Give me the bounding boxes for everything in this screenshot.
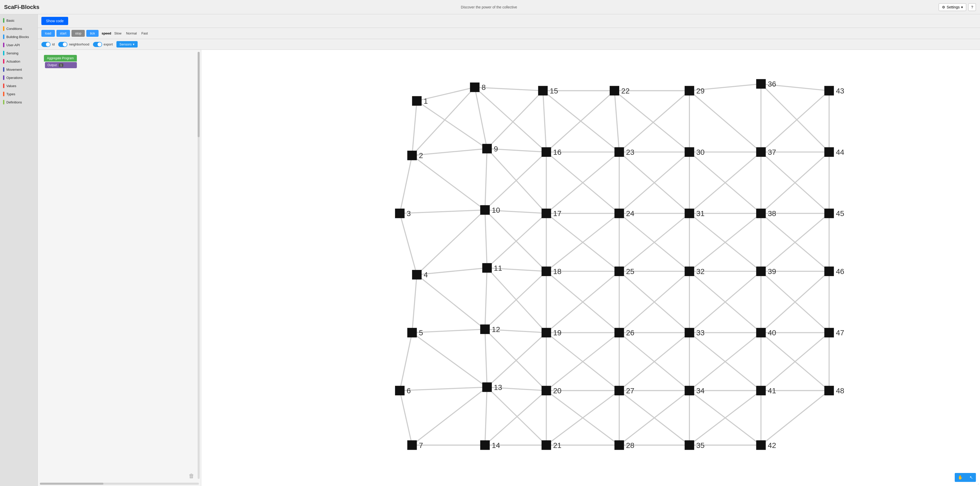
svg-rect-221 xyxy=(756,209,766,218)
sidebar-color-movement xyxy=(3,67,4,72)
sidebar-item-sensing[interactable]: Sensing xyxy=(0,49,38,57)
sidebar-item-movement[interactable]: Movement xyxy=(0,65,38,73)
svg-rect-151 xyxy=(395,209,404,218)
svg-rect-227 xyxy=(756,386,766,395)
svg-line-70 xyxy=(614,91,619,152)
sidebar-label-values: Values xyxy=(6,84,16,88)
vis-controls: id neighborhood export Sensors ▾ xyxy=(38,39,980,50)
header-actions: ⚙ Settings ▾ ? xyxy=(939,3,976,11)
svg-line-24 xyxy=(487,91,543,149)
sidebar-item-conditions[interactable]: Conditions xyxy=(0,24,38,33)
output-block[interactable]: Output 1 xyxy=(45,62,77,68)
svg-text:22: 22 xyxy=(621,86,630,95)
svg-rect-211 xyxy=(684,328,694,337)
start-button[interactable]: start xyxy=(56,30,70,37)
tick-button[interactable]: tick xyxy=(86,30,99,37)
svg-rect-207 xyxy=(684,209,694,218)
speed-normal-button[interactable]: Normal xyxy=(125,31,138,36)
svg-rect-169 xyxy=(480,325,490,334)
svg-rect-159 xyxy=(407,440,417,450)
sidebar-color-basic xyxy=(3,18,4,23)
svg-text:2: 2 xyxy=(419,151,423,159)
svg-text:31: 31 xyxy=(696,209,705,218)
svg-text:26: 26 xyxy=(626,328,635,337)
svg-rect-199 xyxy=(614,386,624,395)
svg-rect-157 xyxy=(395,386,404,395)
help-button[interactable]: ? xyxy=(968,3,976,11)
svg-rect-193 xyxy=(614,209,624,218)
sidebar-item-actuation[interactable]: Actuation xyxy=(0,57,38,65)
svg-line-39 xyxy=(485,387,487,445)
sidebar-color-definitions xyxy=(3,100,4,104)
block-workspace[interactable]: Aggregate Program Output 1 xyxy=(38,50,201,486)
svg-line-35 xyxy=(485,329,487,387)
block-editor: Aggregate Program Output 1 xyxy=(38,50,201,486)
show-code-button[interactable]: Show code xyxy=(41,17,68,25)
speed-slow-button[interactable]: Slow xyxy=(113,31,123,36)
svg-line-26 xyxy=(487,149,546,214)
vertical-scrollbar[interactable] xyxy=(197,50,200,481)
svg-text:42: 42 xyxy=(768,441,776,449)
question-icon: ? xyxy=(971,5,973,9)
svg-text:13: 13 xyxy=(494,383,502,392)
sidebar-item-types[interactable]: Types xyxy=(0,90,38,98)
sidebar-item-values[interactable]: Values xyxy=(0,82,38,90)
svg-text:15: 15 xyxy=(550,86,558,95)
export-toggle[interactable] xyxy=(93,42,102,47)
svg-text:34: 34 xyxy=(696,386,705,395)
svg-text:35: 35 xyxy=(696,441,705,449)
svg-text:47: 47 xyxy=(836,328,845,337)
svg-rect-217 xyxy=(756,79,766,89)
sidebar-item-definitions[interactable]: Definitions xyxy=(0,98,38,106)
cursor-tool-button[interactable]: ↖ xyxy=(966,473,976,482)
svg-text:44: 44 xyxy=(836,148,845,156)
svg-line-0 xyxy=(412,101,417,156)
svg-line-3 xyxy=(400,156,412,214)
svg-rect-189 xyxy=(610,86,619,95)
sidebar-item-basic[interactable]: Basic xyxy=(0,16,38,24)
settings-button[interactable]: ⚙ Settings ▾ xyxy=(939,3,966,11)
network-visualization[interactable]: 1234567891011121314151617181920212223242… xyxy=(201,50,980,486)
svg-text:36: 36 xyxy=(768,80,776,88)
svg-text:14: 14 xyxy=(492,441,500,449)
svg-rect-161 xyxy=(470,83,479,92)
svg-text:48: 48 xyxy=(836,386,845,395)
main-layout: BasicConditionsBuilding BlocksUser-APISe… xyxy=(0,14,980,486)
svg-text:12: 12 xyxy=(492,325,500,333)
horizontal-scrollbar[interactable] xyxy=(38,483,201,485)
sidebar-item-building-blocks[interactable]: Building Blocks xyxy=(0,33,38,41)
svg-line-27 xyxy=(485,210,487,268)
sensors-button[interactable]: Sensors ▾ xyxy=(116,41,138,48)
stop-button[interactable]: stop xyxy=(72,30,85,37)
aggregate-program-label[interactable]: Aggregate Program xyxy=(44,55,77,62)
svg-rect-209 xyxy=(684,267,694,276)
sim-controls: load start stop tick speed Slow Normal F… xyxy=(38,28,980,39)
id-toggle[interactable] xyxy=(41,42,51,47)
hand-tool-button[interactable]: ✋ xyxy=(955,473,966,482)
svg-rect-241 xyxy=(824,386,834,395)
neighborhood-toggle-group: neighborhood xyxy=(58,42,89,47)
sidebar-item-user-api[interactable]: User-API xyxy=(0,41,38,49)
svg-text:3: 3 xyxy=(407,209,410,218)
svg-line-10 xyxy=(417,210,485,275)
app-subtitle: Discover the power of the collective xyxy=(39,5,939,9)
svg-rect-179 xyxy=(542,209,551,218)
load-button[interactable]: load xyxy=(41,30,55,37)
sidebar-item-operations[interactable]: Operations xyxy=(0,73,38,82)
sidebar: BasicConditionsBuilding BlocksUser-APISe… xyxy=(0,14,38,486)
speed-fast-button[interactable]: Fast xyxy=(140,31,150,36)
svg-text:1: 1 xyxy=(423,97,428,105)
svg-rect-213 xyxy=(684,386,694,395)
svg-line-49 xyxy=(546,91,615,152)
sidebar-color-building-blocks xyxy=(3,35,4,39)
sidebar-label-building-blocks: Building Blocks xyxy=(6,35,29,39)
svg-text:45: 45 xyxy=(836,209,845,218)
svg-text:17: 17 xyxy=(553,209,562,218)
sensors-label: Sensors xyxy=(119,42,132,46)
trash-icon[interactable]: 🗑 xyxy=(189,473,196,481)
svg-line-5 xyxy=(412,149,487,156)
svg-text:32: 32 xyxy=(696,267,705,276)
neighborhood-toggle[interactable] xyxy=(58,42,67,47)
svg-rect-215 xyxy=(684,440,694,450)
svg-rect-225 xyxy=(756,328,766,337)
